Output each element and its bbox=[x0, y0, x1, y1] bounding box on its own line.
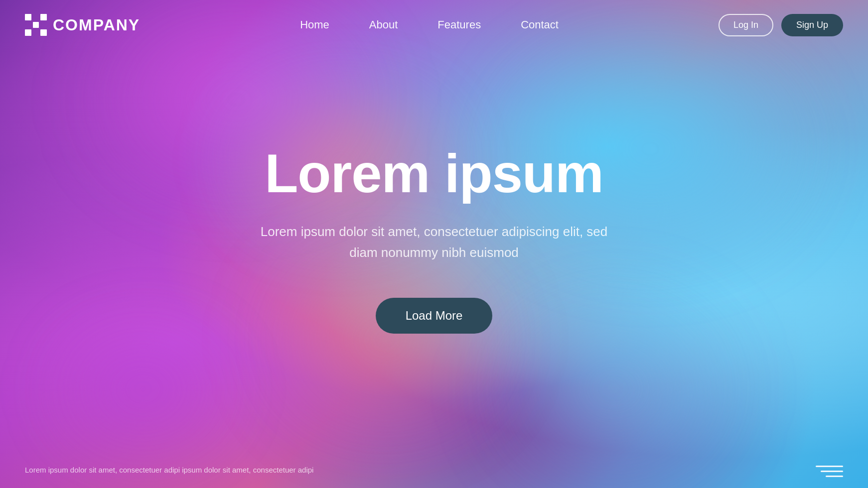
footer-menu-icon[interactable] bbox=[816, 466, 843, 477]
nav-link-contact[interactable]: Contact bbox=[521, 18, 559, 31]
menu-line-1 bbox=[816, 466, 843, 467]
logo-link[interactable]: COMPANY bbox=[25, 14, 140, 36]
nav-item-contact[interactable]: Contact bbox=[521, 18, 559, 31]
logo-cell bbox=[33, 29, 39, 36]
hero-subtitle: Lorem ipsum dolor sit amet, consectetuer… bbox=[260, 222, 608, 263]
menu-line-3 bbox=[826, 476, 843, 477]
logo-cell bbox=[25, 22, 31, 28]
nav-link-home[interactable]: Home bbox=[300, 18, 329, 31]
nav-actions: Log In Sign Up bbox=[719, 14, 843, 36]
logo-icon bbox=[25, 14, 47, 36]
logo-cell bbox=[25, 14, 31, 20]
nav-links: Home About Features Contact bbox=[300, 18, 559, 31]
navbar: COMPANY Home About Features Contact Log … bbox=[0, 0, 868, 50]
logo-cell bbox=[33, 22, 39, 28]
hero-section: Lorem ipsum Lorem ipsum dolor sit amet, … bbox=[0, 0, 868, 488]
logo-cell bbox=[40, 22, 47, 28]
login-button[interactable]: Log In bbox=[719, 14, 773, 36]
nav-link-about[interactable]: About bbox=[369, 18, 398, 31]
logo-cell bbox=[40, 29, 47, 36]
logo-cell bbox=[33, 14, 39, 20]
menu-line-2 bbox=[821, 471, 843, 472]
brand-name: COMPANY bbox=[53, 16, 140, 34]
footer-text: Lorem ipsum dolor sit amet, consectetuer… bbox=[25, 466, 313, 474]
logo-cell bbox=[40, 14, 47, 20]
logo-cell bbox=[25, 29, 31, 36]
hero-title: Lorem ipsum bbox=[265, 144, 603, 202]
nav-item-home[interactable]: Home bbox=[300, 18, 329, 31]
nav-item-about[interactable]: About bbox=[369, 18, 398, 31]
load-more-button[interactable]: Load More bbox=[376, 298, 493, 334]
nav-item-features[interactable]: Features bbox=[437, 18, 481, 31]
nav-link-features[interactable]: Features bbox=[437, 18, 481, 31]
signup-button[interactable]: Sign Up bbox=[781, 14, 843, 36]
